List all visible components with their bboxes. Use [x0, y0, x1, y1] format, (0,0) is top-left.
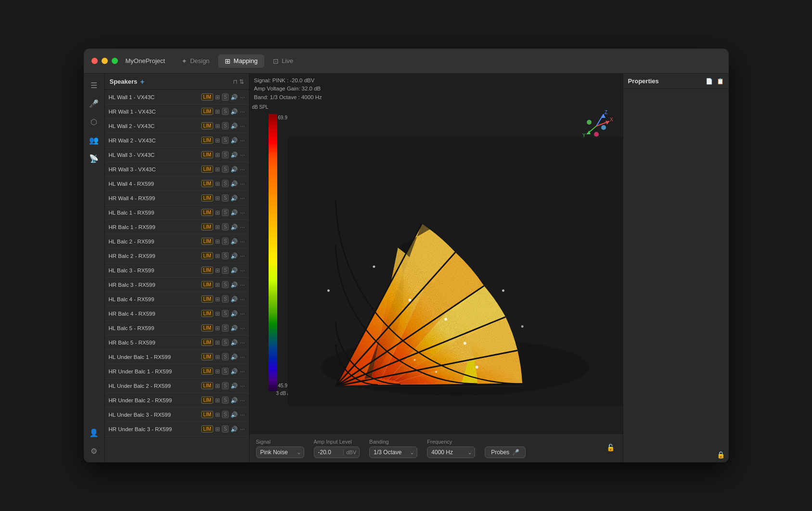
speaker-row[interactable]: HR Balc 3 - RX599 LIM ⊞ S 🔊 ···	[105, 278, 249, 292]
speaker-row[interactable]: HR Balc 4 - RX599 LIM ⊞ S 🔊 ···	[105, 307, 249, 321]
eq-icon[interactable]: ⊞	[215, 238, 220, 245]
speaker-row[interactable]: HR Wall 1 - VX43C LIM ⊞ S 🔊 ···	[105, 104, 249, 119]
speaker-icon[interactable]: 🔊	[231, 383, 238, 389]
more-icon[interactable]: ···	[240, 238, 245, 245]
sidebar-settings-icon[interactable]: ⚙	[86, 443, 102, 459]
lim-button[interactable]: LIM	[201, 382, 213, 389]
minimize-button[interactable]	[102, 58, 108, 64]
sidebar-cube-icon[interactable]: ⬡	[86, 114, 102, 129]
speaker-icon[interactable]: 🔊	[231, 339, 238, 346]
more-icon[interactable]: ···	[240, 224, 245, 230]
s-button[interactable]: S	[222, 166, 229, 173]
lim-button[interactable]: LIM	[201, 425, 213, 433]
speaker-row[interactable]: HL Balc 4 - RX599 LIM ⊞ S 🔊 ···	[105, 292, 249, 307]
more-icon[interactable]: ···	[240, 108, 245, 115]
eq-icon[interactable]: ⊞	[215, 397, 220, 404]
signal-select[interactable]: Pink Noise White Noise Sine	[256, 447, 304, 458]
properties-doc-icon[interactable]: 📄	[706, 78, 713, 85]
maximize-button[interactable]	[112, 58, 118, 64]
more-icon[interactable]: ···	[240, 281, 245, 288]
banding-select[interactable]: 1/3 Octave 1/1 Octave Broadband	[369, 447, 417, 458]
eq-icon[interactable]: ⊞	[215, 426, 220, 433]
s-button[interactable]: S	[222, 281, 229, 288]
s-button[interactable]: S	[222, 252, 229, 259]
lim-button[interactable]: LIM	[201, 310, 213, 317]
frequency-select[interactable]: 4000 Hz 1000 Hz 2000 Hz 8000 Hz	[427, 447, 475, 458]
speaker-icon[interactable]: 🔊	[231, 368, 238, 375]
lim-button[interactable]: LIM	[201, 93, 213, 101]
speaker-icon[interactable]: 🔊	[231, 137, 238, 144]
fan-visualization[interactable]	[288, 109, 623, 434]
speaker-row[interactable]: HR Wall 3 - VX43C LIM ⊞ S 🔊 ···	[105, 162, 249, 177]
lim-button[interactable]: LIM	[201, 411, 213, 418]
properties-book-icon[interactable]: 📋	[717, 78, 724, 85]
more-icon[interactable]: ···	[240, 426, 245, 433]
more-icon[interactable]: ···	[240, 397, 245, 404]
s-button[interactable]: S	[222, 108, 229, 115]
lim-button[interactable]: LIM	[201, 122, 213, 129]
eq-icon[interactable]: ⊞	[215, 108, 220, 115]
lim-button[interactable]: LIM	[201, 281, 213, 288]
more-icon[interactable]: ···	[240, 267, 245, 274]
more-icon[interactable]: ···	[240, 383, 245, 389]
lim-button[interactable]: LIM	[201, 238, 213, 245]
s-button[interactable]: S	[222, 180, 229, 187]
lim-button[interactable]: LIM	[201, 396, 213, 404]
speaker-row[interactable]: HL Under Balc 2 - RX599 LIM ⊞ S 🔊 ···	[105, 379, 249, 393]
more-icon[interactable]: ···	[240, 195, 245, 202]
speaker-icon[interactable]: 🔊	[231, 411, 238, 418]
more-icon[interactable]: ···	[240, 152, 245, 158]
lim-button[interactable]: LIM	[201, 151, 213, 158]
speaker-row[interactable]: HL Wall 4 - RX599 LIM ⊞ S 🔊 ···	[105, 177, 249, 191]
eq-icon[interactable]: ⊞	[215, 383, 220, 389]
s-button[interactable]: S	[222, 223, 229, 230]
eq-icon[interactable]: ⊞	[215, 296, 220, 303]
speaker-icon[interactable]: 🔊	[231, 426, 238, 433]
more-icon[interactable]: ···	[240, 253, 245, 259]
speaker-icon[interactable]: 🔊	[231, 325, 238, 332]
speaker-icon[interactable]: 🔊	[231, 354, 238, 360]
close-button[interactable]	[91, 58, 98, 64]
s-button[interactable]: S	[222, 295, 229, 303]
add-speaker-button[interactable]: +	[140, 77, 144, 86]
speaker-row[interactable]: HL Under Balc 3 - RX599 LIM ⊞ S 🔊 ···	[105, 408, 249, 422]
lim-button[interactable]: LIM	[201, 166, 213, 173]
more-icon[interactable]: ···	[240, 411, 245, 418]
more-icon[interactable]: ···	[240, 94, 245, 101]
lim-button[interactable]: LIM	[201, 267, 213, 274]
speaker-icon[interactable]: 🔊	[231, 397, 238, 404]
lim-button[interactable]: LIM	[201, 295, 213, 303]
s-button[interactable]: S	[222, 209, 229, 216]
eq-icon[interactable]: ⊞	[215, 123, 220, 129]
eq-icon[interactable]: ⊞	[215, 180, 220, 187]
speaker-row[interactable]: HR Under Balc 1 - RX599 LIM ⊞ S 🔊 ···	[105, 364, 249, 379]
speaker-icon[interactable]: 🔊	[231, 238, 238, 245]
more-icon[interactable]: ···	[240, 166, 245, 173]
eq-icon[interactable]: ⊞	[215, 267, 220, 274]
lim-button[interactable]: LIM	[201, 108, 213, 115]
more-icon[interactable]: ···	[240, 368, 245, 375]
s-button[interactable]: S	[222, 310, 229, 317]
speaker-icon[interactable]: 🔊	[231, 296, 238, 303]
eq-icon[interactable]: ⊞	[215, 195, 220, 202]
speaker-icon[interactable]: 🔊	[231, 180, 238, 187]
lim-button[interactable]: LIM	[201, 368, 213, 375]
s-button[interactable]: S	[222, 151, 229, 158]
eq-icon[interactable]: ⊞	[215, 325, 220, 332]
s-button[interactable]: S	[222, 368, 229, 375]
speaker-row[interactable]: HL Balc 2 - RX599 LIM ⊞ S 🔊 ···	[105, 234, 249, 249]
more-icon[interactable]: ···	[240, 209, 245, 216]
speaker-icon[interactable]: 🔊	[231, 267, 238, 274]
sidebar-user-icon[interactable]: 👤	[86, 425, 102, 440]
sidebar-mic-icon[interactable]: 🎤	[86, 96, 102, 111]
more-icon[interactable]: ···	[240, 123, 245, 129]
sidebar-signal-icon[interactable]: 📡	[86, 151, 102, 166]
eq-icon[interactable]: ⊞	[215, 281, 220, 288]
more-icon[interactable]: ···	[240, 180, 245, 187]
lim-button[interactable]: LIM	[201, 252, 213, 259]
s-button[interactable]: S	[222, 382, 229, 389]
tab-design[interactable]: ✦ Design	[175, 54, 216, 68]
more-icon[interactable]: ···	[240, 296, 245, 303]
s-button[interactable]: S	[222, 194, 229, 202]
speaker-icon[interactable]: 🔊	[231, 152, 238, 158]
